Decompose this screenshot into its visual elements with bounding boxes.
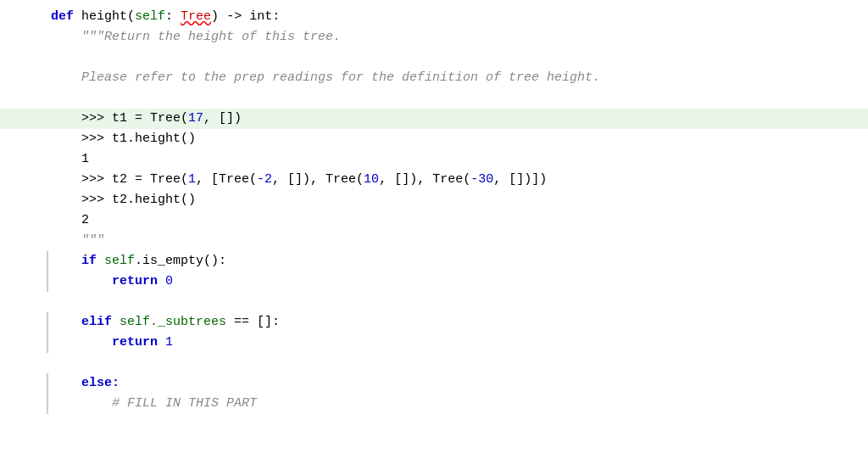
code-line-2: """Return the height of this tree. (0, 27, 868, 48)
code-text-17: return 1 (51, 333, 868, 353)
code-editor: def height(self: Tree) -> int: """Return… (0, 0, 868, 459)
code-text-8: 1 (51, 149, 868, 170)
code-line-16: elif self._subtrees == []: (0, 312, 868, 333)
code-line-12: """ (0, 231, 868, 251)
code-line-20: # FILL IN THIS PART (0, 394, 868, 414)
code-text-6: >>> t1 = Tree(17, []) (51, 109, 868, 129)
code-line-1: def height(self: Tree) -> int: (0, 7, 868, 27)
code-line-11: 2 (0, 210, 868, 231)
code-text-1: def height(self: Tree) -> int: (51, 7, 868, 27)
code-line-3 (0, 48, 868, 68)
code-text-20: # FILL IN THIS PART (51, 394, 868, 414)
code-text-2: """Return the height of this tree. (51, 27, 868, 48)
code-line-18 (0, 353, 868, 373)
code-line-8: 1 (0, 149, 868, 170)
code-text-5 (51, 88, 868, 109)
code-text-19: else: (51, 373, 868, 394)
code-text-9: >>> t2 = Tree(1, [Tree(-2, []), Tree(10,… (51, 170, 868, 190)
elif-border-2 (47, 333, 48, 353)
else-border-2 (47, 394, 48, 414)
code-line-19: else: (0, 373, 868, 394)
code-text-4: Please refer to the prep readings for th… (51, 68, 868, 88)
elif-border-1 (47, 312, 48, 333)
code-text-3 (51, 48, 868, 68)
code-line-4: Please refer to the prep readings for th… (0, 68, 868, 88)
code-text-18 (51, 353, 868, 373)
code-text-12: """ (51, 231, 868, 251)
if-border-1 (47, 251, 48, 271)
code-text-7: >>> t1.height() (51, 129, 868, 149)
code-line-5 (0, 88, 868, 109)
code-line-15 (0, 292, 868, 312)
code-text-10: >>> t2.height() (51, 190, 868, 210)
code-line-13: if self.is_empty(): (0, 251, 868, 271)
code-line-17: return 1 (0, 333, 868, 353)
code-line-10: >>> t2.height() (0, 190, 868, 210)
code-line-14: return 0 (0, 271, 868, 292)
code-text-14: return 0 (51, 271, 868, 292)
else-border-1 (47, 373, 48, 394)
code-text-15 (51, 292, 868, 312)
code-line-6: >>> t1 = Tree(17, []) (0, 109, 868, 129)
if-border-2 (47, 271, 48, 292)
code-line-9: >>> t2 = Tree(1, [Tree(-2, []), Tree(10,… (0, 170, 868, 190)
code-text-16: elif self._subtrees == []: (51, 312, 868, 333)
code-text-13: if self.is_empty(): (51, 251, 868, 271)
code-text-11: 2 (51, 210, 868, 231)
code-line-7: >>> t1.height() (0, 129, 868, 149)
